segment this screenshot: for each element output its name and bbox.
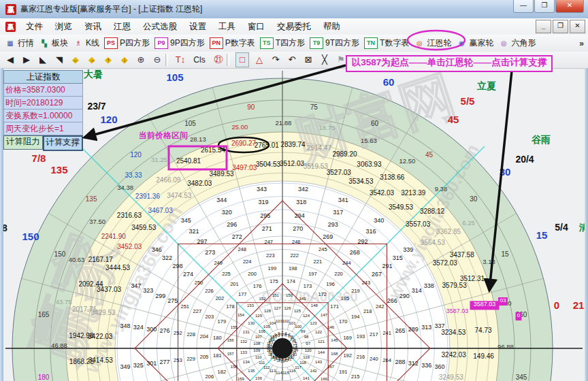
svg-text:3213.39: 3213.39 <box>401 189 426 197</box>
instrument-name: 上证指数 <box>3 70 83 84</box>
toolbar-overflow-chevron[interactable]: » <box>579 39 584 48</box>
cls-button[interactable]: Cls <box>191 53 208 67</box>
svg-text:3437.58: 3437.58 <box>450 251 475 259</box>
toolbar-item-9p-square[interactable]: P99P四方形 <box>154 37 205 49</box>
menu-2[interactable]: 资讯 <box>78 18 108 35</box>
svg-text:276: 276 <box>159 327 169 334</box>
menu-6[interactable]: 工具 <box>212 18 242 35</box>
svg-text:129: 129 <box>255 314 263 318</box>
mdi-restore-button[interactable]: ❐ <box>553 20 568 33</box>
svg-text:344: 344 <box>216 197 227 203</box>
svg-text:60: 60 <box>371 120 379 127</box>
svg-text:122: 122 <box>315 330 323 334</box>
svg-text:3429.53: 3429.53 <box>91 309 116 316</box>
svg-text:28.13: 28.13 <box>190 135 206 143</box>
svg-text:345: 345 <box>181 217 191 224</box>
svg-text:250: 250 <box>195 280 203 286</box>
toolbar-item-kline[interactable]: ♗K线 <box>73 37 99 49</box>
price-field[interactable]: 价格=3587.0300 <box>3 84 83 97</box>
forward-button[interactable]: ▶ <box>20 53 33 67</box>
zoom-out-button[interactable]: ⊖ <box>151 53 163 67</box>
menu-9[interactable]: 帮助 <box>317 18 346 35</box>
svg-text:182: 182 <box>218 369 227 375</box>
shift-down-button[interactable]: ◆↓ <box>118 53 131 67</box>
toolbar-item-quotes[interactable]: ▦行情 <box>5 37 34 49</box>
coefficient-field[interactable]: 变换系数=1.00000 <box>3 110 83 122</box>
menu-5[interactable]: 设置 <box>183 18 212 35</box>
maximize-button[interactable]: ❐ <box>534 0 555 13</box>
svg-text:150: 150 <box>54 250 66 258</box>
square-tool-button[interactable]: □ <box>235 52 249 67</box>
menu-7[interactable]: 窗口 <box>242 18 271 35</box>
arc-cw-button[interactable]: ↷ <box>270 53 282 67</box>
toolbar-item-sectors[interactable]: ▚板块 <box>39 37 68 49</box>
svg-text:322: 322 <box>162 254 172 261</box>
svg-text:177: 177 <box>238 291 247 297</box>
svg-text:251: 251 <box>181 303 190 310</box>
shift-right-button[interactable]: ◆→ <box>86 53 98 67</box>
svg-text:3474.53: 3474.53 <box>167 192 192 199</box>
svg-text:317: 317 <box>333 209 343 216</box>
back-button[interactable]: ◀ <box>4 53 16 67</box>
svg-text:97: 97 <box>306 342 310 346</box>
svg-text:296: 296 <box>227 221 237 228</box>
kline-icon: ♗ <box>73 38 84 48</box>
svg-text:194: 194 <box>351 314 360 320</box>
menu-4[interactable]: 公式选股 <box>137 18 183 35</box>
svg-text:145: 145 <box>331 338 338 342</box>
mdi-close-button[interactable]: ✕ <box>570 20 585 33</box>
calendar-button[interactable]: ㉑ <box>212 53 225 67</box>
arc-ccw-button[interactable]: ↶ <box>286 53 298 67</box>
svg-text:224: 224 <box>243 259 252 265</box>
svg-text:6.25: 6.25 <box>462 219 475 227</box>
minimize-button[interactable]: — <box>513 0 534 13</box>
rotate-right-button[interactable]: ◥ <box>53 53 65 67</box>
menu-1[interactable]: 浏览 <box>49 18 78 35</box>
calc-support-button[interactable]: 计算支撑 <box>43 135 84 151</box>
shift-up-button[interactable]: ◆↑ <box>102 53 114 67</box>
rotate-left-button[interactable]: ◣ <box>37 53 49 67</box>
toolbar-item-winner-wheel[interactable]: ◉赢家轮 <box>456 37 493 49</box>
date-field[interactable]: 时间=20180129 <box>3 97 83 110</box>
toolbar-item-p-square[interactable]: PSP四方形 <box>104 37 150 49</box>
toolbar-item-p-table[interactable]: PNP数字表 <box>210 37 255 49</box>
svg-text:299: 299 <box>155 293 165 299</box>
toolbar-item-gann-wheel[interactable]: ◎江恩轮 <box>414 37 451 49</box>
toolbar-item-hexagon[interactable]: ◎六角形 <box>498 37 536 49</box>
menu-0[interactable]: 文件 <box>20 18 49 35</box>
svg-text:74.73: 74.73 <box>475 327 492 334</box>
p-table-icon: PN <box>210 37 223 49</box>
svg-text:135: 135 <box>50 164 67 176</box>
toolbar-item-9t-square[interactable]: T99T四方形 <box>310 37 359 49</box>
box-x-button[interactable]: ⊠ <box>302 53 314 67</box>
toolbar-item-t-square[interactable]: TST四方形 <box>260 37 305 49</box>
zoom-in-button[interactable]: ⊕ <box>135 53 147 67</box>
svg-text:246: 246 <box>292 239 301 245</box>
menu-8[interactable]: 交易委托 <box>271 18 317 35</box>
mdi-minimize-button[interactable]: _ <box>536 20 551 33</box>
price-axis-button[interactable]: T↕ <box>174 53 186 67</box>
svg-text:121: 121 <box>318 339 325 344</box>
shift-left-button[interactable]: ◆← <box>69 53 82 67</box>
toolbar-item-t-table[interactable]: TNT数字表 <box>364 37 409 49</box>
svg-text:270: 270 <box>293 225 303 232</box>
svg-text:197: 197 <box>308 271 317 277</box>
svg-text:199: 199 <box>268 265 277 271</box>
svg-text:264: 264 <box>382 357 391 363</box>
svg-text:229: 229 <box>186 356 195 362</box>
t-table-label: T数字表 <box>380 37 409 49</box>
svg-text:274: 274 <box>183 271 193 278</box>
step-field[interactable]: 周天变化步长=1 <box>3 122 83 135</box>
9p-square-icon: P9 <box>154 37 168 49</box>
svg-text:202: 202 <box>216 295 225 301</box>
expand-button[interactable]: ╳ <box>318 53 331 67</box>
svg-text:166: 166 <box>321 377 328 381</box>
svg-text:170: 170 <box>339 318 348 325</box>
calc-resistance-button[interactable]: 计算阻力 <box>3 135 43 150</box>
triangle-tool-button[interactable]: △ <box>253 53 265 67</box>
window-title: 赢家江恩专业版[赢家服务平台] - [上证指数 江恩轮] <box>20 3 202 15</box>
svg-text:46.88: 46.88 <box>51 342 67 349</box>
menu-3[interactable]: 江恩 <box>108 18 137 35</box>
close-button[interactable]: ✕ <box>555 0 584 13</box>
svg-text:172: 172 <box>318 291 327 297</box>
